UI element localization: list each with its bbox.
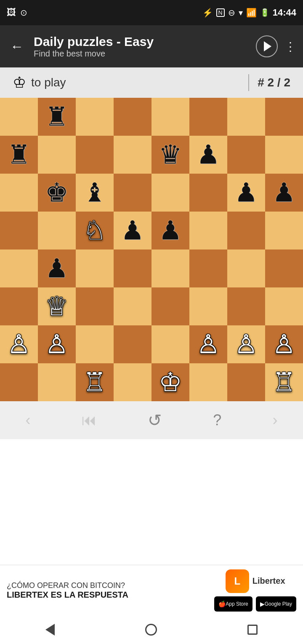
next-button[interactable]: ›: [264, 407, 286, 433]
board-cell-r7c0[interactable]: [0, 363, 38, 401]
ad-text-section: ¿CÓMO OPERAR CON BITCOIN? LIBERTEX ES LA…: [7, 581, 207, 600]
board-cell-r0c0[interactable]: [0, 98, 38, 136]
app-store-badge[interactable]: 🍎 App Store: [214, 596, 252, 612]
hint-button[interactable]: ?: [205, 407, 230, 433]
ad-banner[interactable]: ¿CÓMO OPERAR CON BITCOIN? LIBERTEX ES LA…: [0, 565, 303, 615]
board-cell-r3c0[interactable]: [0, 212, 38, 250]
board-cell-r0c7[interactable]: [265, 98, 303, 136]
board-cell-r7c7[interactable]: ♖: [265, 363, 303, 401]
info-left: ♔ to play: [13, 74, 240, 91]
board-cell-r0c2[interactable]: [76, 98, 114, 136]
status-bar-right: ⚡ N ⊖ ▾ 📶 🔋 14:44: [202, 7, 296, 18]
board-cell-r6c4[interactable]: [152, 325, 189, 363]
libertex-logo: L: [226, 569, 249, 593]
piece-r7c2: ♖: [83, 369, 106, 395]
board-cell-r4c3[interactable]: [114, 250, 152, 287]
board-cell-r0c1[interactable]: ♜: [38, 98, 76, 136]
piece-r7c7: ♖: [272, 369, 296, 395]
board-cell-r2c0[interactable]: [0, 174, 38, 212]
prev-button[interactable]: ‹: [17, 407, 39, 433]
nav-bar: ‹ ⏮ ↺ ? ›: [0, 401, 303, 439]
piece-r7c4: ♔: [159, 369, 182, 395]
board-cell-r7c2[interactable]: ♖: [76, 363, 114, 401]
board-cell-r2c3[interactable]: [114, 174, 152, 212]
app-bar-title-section: Daily puzzles - Easy Find the best move: [34, 35, 249, 59]
to-play-label: to play: [31, 76, 66, 89]
board-cell-r2c2[interactable]: ♝: [76, 174, 114, 212]
board-cell-r1c0[interactable]: ♜: [0, 136, 38, 174]
info-divider: [248, 74, 249, 91]
more-button[interactable]: ⋮: [284, 40, 296, 54]
piece-r0c1: ♜: [45, 104, 69, 130]
board-cell-r5c1[interactable]: ♕: [38, 287, 76, 325]
board-cell-r7c4[interactable]: ♔: [152, 363, 189, 401]
board-cell-r3c4[interactable]: ♟: [152, 212, 189, 250]
back-system-button[interactable]: [45, 624, 55, 636]
board-cell-r2c1[interactable]: ♚: [38, 174, 76, 212]
board-cell-r2c7[interactable]: ♟: [265, 174, 303, 212]
ad-stores: 🍎 App Store ▶ Google Play: [214, 596, 296, 612]
piece-r2c7: ♟: [272, 180, 296, 206]
board-cell-r0c4[interactable]: [152, 98, 189, 136]
board-cell-r0c5[interactable]: [189, 98, 227, 136]
google-play-badge[interactable]: ▶ Google Play: [256, 596, 296, 612]
board-cell-r1c5[interactable]: ♟: [189, 136, 227, 174]
board-cell-r1c6[interactable]: [227, 136, 265, 174]
board-cell-r5c3[interactable]: [114, 287, 152, 325]
board-cell-r6c5[interactable]: ♙: [189, 325, 227, 363]
board-cell-r7c5[interactable]: [189, 363, 227, 401]
board-cell-r6c1[interactable]: ♙: [38, 325, 76, 363]
board-cell-r0c6[interactable]: [227, 98, 265, 136]
board-cell-r2c6[interactable]: ♟: [227, 174, 265, 212]
back-button[interactable]: ←: [7, 35, 27, 58]
board-cell-r4c4[interactable]: [152, 250, 189, 287]
board-cell-r5c4[interactable]: [152, 287, 189, 325]
board-cell-r1c1[interactable]: [38, 136, 76, 174]
home-system-button[interactable]: [145, 624, 157, 636]
board-cell-r7c3[interactable]: [114, 363, 152, 401]
board-cell-r4c0[interactable]: [0, 250, 38, 287]
board-cell-r3c1[interactable]: [38, 212, 76, 250]
board-cell-r1c7[interactable]: [265, 136, 303, 174]
app-bar-actions: ⋮: [256, 35, 296, 57]
board-cell-r5c2[interactable]: [76, 287, 114, 325]
board-cell-r3c5[interactable]: [189, 212, 227, 250]
board-cell-r7c6[interactable]: [227, 363, 265, 401]
board-cell-r4c5[interactable]: [189, 250, 227, 287]
board-cell-r2c4[interactable]: [152, 174, 189, 212]
board-cell-r5c6[interactable]: [227, 287, 265, 325]
status-bar: 🖼 ⊙ ⚡ N ⊖ ▾ 📶 🔋 14:44: [0, 0, 303, 25]
board-cell-r6c3[interactable]: [114, 325, 152, 363]
board-cell-r4c1[interactable]: ♟: [38, 250, 76, 287]
app-bar: ← Daily puzzles - Easy Find the best mov…: [0, 25, 303, 67]
board-cell-r4c6[interactable]: [227, 250, 265, 287]
board-cell-r5c7[interactable]: [265, 287, 303, 325]
play-button[interactable]: [256, 35, 278, 57]
board-cell-r7c1[interactable]: [38, 363, 76, 401]
board-cell-r1c3[interactable]: [114, 136, 152, 174]
content-area: [0, 439, 303, 582]
board-cell-r1c2[interactable]: [76, 136, 114, 174]
piece-r6c7: ♙: [272, 331, 296, 357]
board-cell-r0c3[interactable]: [114, 98, 152, 136]
board-cell-r6c6[interactable]: ♙: [227, 325, 265, 363]
board-cell-r3c2[interactable]: ♘: [76, 212, 114, 250]
board-cell-r5c5[interactable]: [189, 287, 227, 325]
board-cell-r3c7[interactable]: [265, 212, 303, 250]
board-cell-r3c3[interactable]: ♟: [114, 212, 152, 250]
first-button[interactable]: ⏮: [73, 407, 105, 433]
piece-r3c3: ♟: [121, 217, 144, 244]
board-cell-r2c5[interactable]: [189, 174, 227, 212]
board-cell-r6c2[interactable]: [76, 325, 114, 363]
recents-system-button[interactable]: [247, 625, 258, 635]
board-cell-r6c7[interactable]: ♙: [265, 325, 303, 363]
puzzle-number: # 2 / 2: [258, 76, 290, 89]
board-cell-r4c7[interactable]: [265, 250, 303, 287]
board-cell-r3c6[interactable]: [227, 212, 265, 250]
board-cell-r1c4[interactable]: ♛: [152, 136, 189, 174]
board-cell-r5c0[interactable]: [0, 287, 38, 325]
board-cell-r6c0[interactable]: ♙: [0, 325, 38, 363]
piece-r1c5: ♟: [197, 142, 220, 168]
undo-button[interactable]: ↺: [139, 406, 170, 434]
board-cell-r4c2[interactable]: [76, 250, 114, 287]
